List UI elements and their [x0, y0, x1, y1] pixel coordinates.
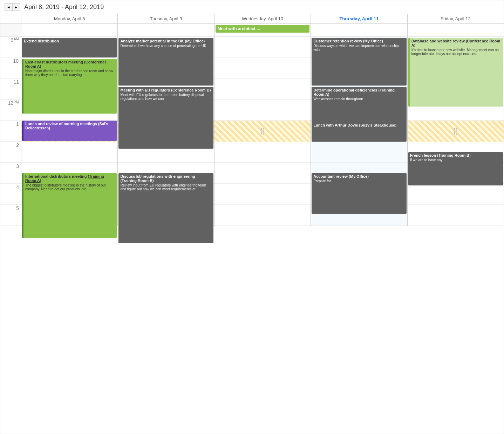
gutter-header	[0, 14, 21, 23]
event-intl-distributors[interactable]: International distributors meeting (Trai…	[22, 173, 117, 238]
event-desc: Review input from EU regulators with eng…	[120, 183, 211, 191]
hour-label-1: 1	[0, 121, 21, 142]
event-title: Lunch and review of morning meetings (Sa…	[25, 122, 115, 130]
friday-lunch-band: 🍴	[408, 121, 504, 142]
allday-gutter	[0, 24, 21, 36]
hour-label-5: 5	[0, 205, 21, 226]
wednesday-12	[214, 100, 311, 121]
hour-label-3: 3	[0, 163, 21, 184]
event-title: French lesson (Training Room B)	[410, 153, 501, 157]
day-header-wednesday: Wednesday, April 10	[214, 14, 311, 23]
wednesday-col: 🍴	[214, 36, 311, 226]
event-title: Database and website review (Conference …	[411, 39, 501, 47]
event-extend-distribution[interactable]: Extend distribution	[22, 38, 117, 57]
event-desc: Discuss ways in which we can improve our…	[313, 44, 404, 52]
friday-5	[408, 205, 504, 226]
date-range: April 8, 2019 - April 12, 2019	[24, 4, 104, 11]
hour-label-9: 9AM	[0, 36, 21, 57]
wednesday-10	[214, 57, 311, 79]
lunch-icon: 🍴	[452, 127, 459, 135]
thursday-2	[311, 142, 407, 163]
tuesday-col: Analyze market potential in the UK (My O…	[118, 36, 214, 226]
hour-label-2: 2	[0, 142, 21, 163]
event-database-review[interactable]: Database and website review (Conference …	[408, 38, 503, 107]
event-title: Analyze market potential in the UK (My O…	[120, 39, 211, 43]
lunch-icon: 🍴	[259, 127, 266, 135]
wednesday-9	[214, 36, 311, 57]
days-grid: Extend distribution East-coast distribut…	[21, 36, 504, 226]
event-desc: Meet with EU regulators to determine bat…	[120, 93, 211, 101]
event-title: East-coast distributors meeting (Confere…	[25, 60, 115, 68]
event-desc: It's time to launch our new website. Man…	[411, 48, 501, 56]
event-lunch-arthur[interactable]: Lunch with Arthur Doyle (Suzy's Steakhou…	[312, 122, 406, 142]
hour-label-10: 10	[0, 57, 21, 79]
event-desc: If we are to have any	[410, 158, 501, 162]
event-desc: Host major distributors in the conferenc…	[25, 69, 115, 77]
main-grid: 9AM 10 11 12PM 1 2 3 4 5	[0, 36, 504, 226]
event-french-lesson[interactable]: French lesson (Training Room B) If we ar…	[408, 152, 503, 185]
event-operational-def[interactable]: Determine operational deficiencies (Trai…	[312, 87, 406, 128]
event-title: International distributors meeting (Trai…	[25, 174, 115, 183]
event-analyze-market[interactable]: Analyze market potential in the UK (My O…	[118, 38, 213, 86]
thursday-col: Customer retention review (My Office) Di…	[311, 36, 407, 226]
event-customer-retention[interactable]: Customer retention review (My Office) Di…	[312, 38, 406, 86]
allday-wednesday[interactable]: Meet with architect ...	[214, 24, 311, 36]
friday-4	[408, 184, 504, 205]
calendar-header: ◄ ► April 8, 2019 - April 12, 2019	[0, 0, 504, 14]
day-header-monday: Monday, April 8	[21, 14, 118, 23]
friday-col: Database and website review (Conference …	[408, 36, 504, 226]
hour-label-12: 12PM	[0, 100, 21, 121]
event-title: Lunch with Arthur Doyle (Suzy's Steakhou…	[313, 123, 404, 127]
event-eu-regulators[interactable]: Meeting with EU regulators (Conference R…	[118, 87, 213, 149]
event-title: Extend distribution	[24, 39, 115, 43]
hour-label-4: 4	[0, 184, 21, 205]
event-title: Discuss EU regulations with engineering …	[120, 174, 211, 183]
wednesday-3	[214, 163, 311, 184]
wednesday-5	[214, 205, 311, 226]
event-title: Meeting with EU regulators (Conference R…	[120, 88, 211, 92]
monday-2	[21, 142, 117, 163]
event-desc: The biggest distributors meeting in the …	[25, 183, 115, 191]
event-discuss-eu[interactable]: Discuss EU regulations with engineering …	[118, 173, 213, 243]
day-header-tuesday: Tuesday, April 9	[118, 14, 214, 23]
hour-label-11: 11	[0, 79, 21, 100]
event-title: Accountant review (My Office)	[313, 174, 404, 178]
wednesday-2	[214, 142, 311, 163]
allday-row: Meet with architect ...	[0, 24, 504, 36]
day-header-thursday: Thursday, April 11	[311, 14, 407, 23]
wednesday-4	[214, 184, 311, 205]
allday-tuesday	[118, 24, 214, 36]
event-accountant-review[interactable]: Accountant review (My Office) Prepare fo…	[312, 173, 406, 214]
allday-thursday	[311, 24, 407, 36]
allday-friday	[408, 24, 504, 36]
prev-button[interactable]: ◄	[5, 3, 12, 11]
calendar-container: ◄ ► April 8, 2019 - April 12, 2019 Monda…	[0, 0, 504, 434]
allday-event-meet-architect[interactable]: Meet with architect ...	[216, 25, 309, 33]
event-lunch-review[interactable]: Lunch and review of morning meetings (Sa…	[22, 121, 117, 141]
event-desc: Weaknesses remain throughout	[313, 97, 404, 101]
event-desc: Prepare for	[313, 179, 404, 183]
day-headers: Monday, April 8 Tuesday, April 9 Wednesd…	[0, 14, 504, 24]
event-title: Customer retention review (My Office)	[313, 39, 404, 43]
event-title: Determine operational deficiencies (Trai…	[313, 88, 404, 96]
next-button[interactable]: ►	[12, 3, 20, 11]
event-eastcoast-meeting[interactable]: East-coast distributors meeting (Confere…	[22, 59, 117, 114]
event-desc: Determine if we have any chance of penet…	[120, 44, 211, 48]
wednesday-lunch-band: 🍴	[214, 121, 311, 142]
monday-col: Extend distribution East-coast distribut…	[21, 36, 118, 226]
allday-monday	[21, 24, 118, 36]
time-gutter: 9AM 10 11 12PM 1 2 3 4 5	[0, 36, 21, 226]
wednesday-11	[214, 79, 311, 100]
day-header-friday: Friday, April 12	[408, 14, 504, 23]
